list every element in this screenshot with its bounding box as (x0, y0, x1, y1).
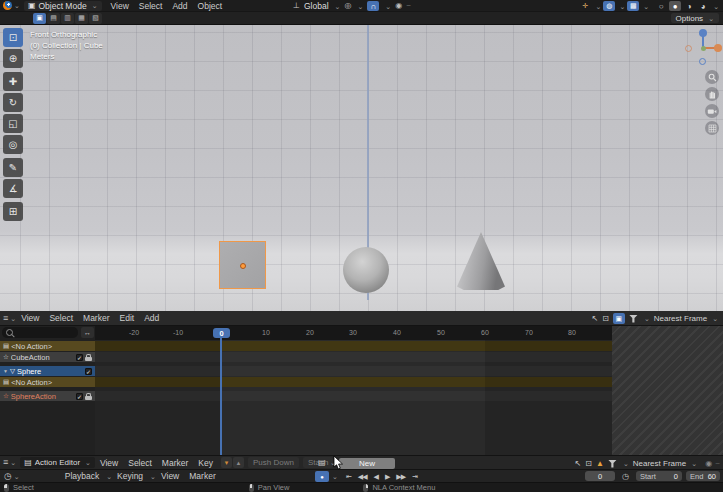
x-axis-ball[interactable] (714, 44, 722, 52)
camera-view-button[interactable] (705, 104, 719, 118)
ds-menu-marker[interactable]: Marker (78, 313, 114, 323)
show-overlays-icon[interactable]: ◍ (603, 1, 615, 11)
perspective-toggle-button[interactable] (705, 121, 719, 135)
orientation-label[interactable]: Global (304, 1, 329, 11)
lock-icon[interactable] (85, 396, 92, 400)
ds-menu-select[interactable]: Select (44, 313, 78, 323)
fit-channels-button[interactable]: ↔ (81, 327, 94, 338)
ds-sync-toggle-icon[interactable]: ▣ (613, 313, 625, 324)
tl-menu-view[interactable]: View (156, 471, 184, 481)
z-axis-ball[interactable] (699, 29, 707, 37)
end-frame-field[interactable]: End 60 (686, 471, 720, 481)
object-mode-dropdown[interactable]: ▣ Object Mode ⌄ (24, 1, 102, 11)
tool-move[interactable]: ✚ (3, 72, 23, 91)
neg-x-axis-ball[interactable] (685, 45, 692, 52)
channel-enable-checkbox[interactable]: ✓ (76, 354, 83, 361)
tool-rotate[interactable]: ↻ (3, 93, 23, 112)
menu-object[interactable]: Object (193, 1, 228, 11)
ds-snap-mode-dropdown[interactable]: Nearest Frame ⌄ (654, 314, 718, 323)
ae-editor-dropdown-icon[interactable]: ⌄ (10, 459, 16, 466)
playhead-line[interactable] (220, 338, 222, 455)
preview-range-stopwatch-icon[interactable]: ◷ (622, 473, 629, 481)
lock-icon[interactable] (85, 357, 92, 361)
action-editor-type-icon[interactable]: ≡ (3, 458, 8, 467)
next-keyframe-button[interactable]: ▶▶ (393, 473, 408, 481)
jump-to-start-button[interactable]: ⇤ (343, 473, 354, 481)
new-action-button[interactable]: New (339, 458, 395, 469)
proportional-falloff-icon[interactable]: ~ (406, 2, 411, 10)
ds-pointer-icon[interactable]: ↖ (591, 315, 598, 323)
channel-row-no-action[interactable]: ▤ <No Action> (0, 341, 95, 351)
ae-mode-dropdown[interactable]: ▤ Action Editor ⌄ (20, 457, 95, 468)
auto-keying-button[interactable]: ● (315, 471, 329, 482)
channel-enable-checkbox[interactable]: ✓ (76, 393, 83, 400)
tl-menu-marker[interactable]: Marker (184, 471, 220, 481)
expand-icon[interactable]: ▼ (3, 369, 8, 374)
options-dropdown[interactable]: Options ⌄ (671, 13, 719, 23)
ae-filter-dropdown-icon[interactable]: ⌄ (623, 460, 629, 467)
tool-scale[interactable]: ◱ (3, 114, 23, 133)
select-mode-set-icon[interactable]: ▣ (33, 13, 46, 24)
jump-to-end-button[interactable]: ⇥ (409, 473, 420, 481)
gizmos-dropdown-icon[interactable]: ⌄ (596, 3, 602, 10)
tool-measure[interactable]: ∡ (3, 179, 23, 198)
ae-menu-select[interactable]: Select (123, 458, 157, 468)
zoom-button[interactable] (705, 70, 719, 84)
ds-frame-select-icon[interactable]: ⊡ (602, 315, 609, 323)
menu-view[interactable]: View (106, 1, 134, 11)
select-mode-invert-icon[interactable]: ▦ (75, 13, 88, 24)
viewport-canvas[interactable]: Front Orthographic (0) Collection | Cube… (0, 25, 723, 311)
ae-frame-select-icon[interactable]: ⊡ (585, 460, 592, 468)
proportional-editing-icon[interactable]: ◉ (395, 2, 402, 10)
menu-add[interactable]: Add (167, 1, 192, 11)
axis-gizmo[interactable] (682, 27, 722, 67)
prev-keyframe-button[interactable]: ◀◀ (355, 473, 370, 481)
snap-dropdown-icon[interactable]: ⌄ (385, 3, 391, 10)
start-frame-field[interactable]: Start 0 (636, 471, 682, 481)
browse-action-button[interactable]: ▼ (221, 457, 232, 468)
tl-menu-playback[interactable]: Playback (60, 471, 105, 481)
ds-menu-edit[interactable]: Edit (115, 313, 140, 323)
channel-row-cubeaction[interactable]: ☆ CubeAction ✓ (0, 352, 95, 362)
snap-magnet-icon[interactable]: ∩ (367, 1, 379, 11)
ds-filter-funnel-icon[interactable] (629, 315, 638, 323)
menu-select[interactable]: Select (134, 1, 168, 11)
pivot-dropdown-icon[interactable]: ⌄ (357, 3, 363, 10)
pan-button[interactable] (705, 87, 719, 101)
y-axis-ball[interactable] (701, 46, 706, 51)
app-menu-dropdown-icon[interactable]: ⌄ (14, 2, 20, 9)
action-slot-icon[interactable]: ▤ (318, 459, 326, 467)
channel-row-sphere[interactable]: ▼ ▽ Sphere ✓ (0, 366, 95, 376)
ae-menu-marker[interactable]: Marker (157, 458, 193, 468)
ds-filter-dropdown-icon[interactable]: ⌄ (644, 315, 650, 322)
overlays-dropdown-icon[interactable]: ⌄ (619, 3, 625, 10)
tl-editor-dropdown-icon[interactable]: ⌄ (14, 473, 20, 480)
show-gizmos-icon[interactable]: ✛ (580, 1, 592, 11)
play-button[interactable]: ▶ (382, 473, 392, 481)
tool-select-box[interactable]: ⊡ (3, 28, 23, 47)
tool-annotate[interactable]: ✎ (3, 158, 23, 177)
ae-snap-mode-dropdown[interactable]: Nearest Frame ⌄ (633, 459, 697, 468)
prev-frame-button[interactable]: ◀ (371, 473, 381, 481)
neg-z-axis-ball[interactable] (699, 58, 706, 65)
autokey-dropdown-icon[interactable]: ⌄ (332, 473, 338, 480)
select-mode-subtract-icon[interactable]: ▥ (61, 13, 74, 24)
xray-toggle-icon[interactable]: ▩ (627, 1, 639, 11)
timeline-editor-icon[interactable]: ◷ (4, 472, 12, 481)
ae-menu-key[interactable]: Key (193, 458, 218, 468)
shading-wireframe-icon[interactable]: ○ (655, 1, 667, 11)
current-frame-field[interactable]: 0 (585, 471, 615, 481)
push-down-button[interactable]: Push Down (248, 457, 299, 468)
ae-proportional-icon[interactable]: ◉ (705, 460, 712, 468)
tl-menu-keying[interactable]: Keying (112, 471, 148, 481)
shading-dropdown-icon[interactable]: ⌄ (713, 3, 719, 10)
blender-logo-icon[interactable] (3, 1, 12, 10)
select-mode-extend-icon[interactable]: ▤ (47, 13, 60, 24)
ds-menu-view[interactable]: View (16, 313, 44, 323)
select-mode-intersect-icon[interactable]: ▧ (89, 13, 102, 24)
tool-transform[interactable]: ◎ (3, 135, 23, 154)
channel-row-no-action-2[interactable]: ▤ <No Action> (0, 377, 95, 387)
orientation-dropdown-icon[interactable]: ⌄ (335, 3, 341, 10)
tool-add-cube[interactable]: ⊞ (3, 202, 23, 221)
shading-rendered-icon[interactable]: ◕ (697, 1, 709, 11)
